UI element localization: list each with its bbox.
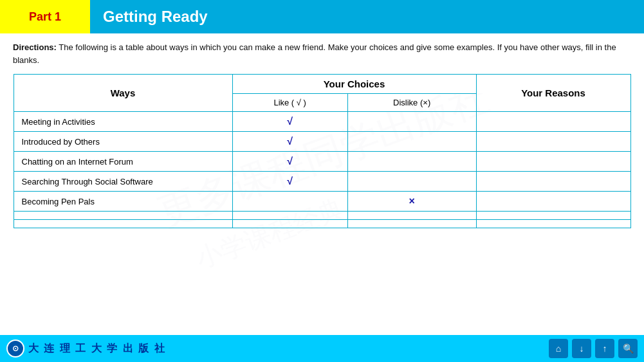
main-content: Directions: The following is a table abo… bbox=[0, 33, 644, 233]
like-cell: √ bbox=[232, 132, 347, 152]
dislike-cell bbox=[347, 172, 476, 192]
table-row bbox=[14, 220, 630, 228]
way-cell: Chatting on an Internet Forum bbox=[14, 152, 232, 172]
upload-icon-button[interactable]: ↑ bbox=[595, 339, 614, 358]
table-row: Becoming Pen Pals× bbox=[14, 192, 630, 212]
way-cell: Becoming Pen Pals bbox=[14, 192, 232, 212]
cross-mark: × bbox=[409, 195, 414, 206]
dislike-cell: × bbox=[347, 192, 476, 212]
reason-cell bbox=[476, 172, 630, 192]
logo-circle: ⊙ bbox=[6, 339, 24, 357]
directions-body: The following is a table about ways in w… bbox=[13, 42, 616, 65]
dislike-cell bbox=[347, 132, 476, 152]
search-icon-button[interactable]: 🔍 bbox=[618, 339, 638, 358]
dislike-cell bbox=[347, 220, 476, 228]
check-mark: √ bbox=[287, 156, 293, 167]
like-cell: √ bbox=[232, 172, 347, 192]
check-mark: √ bbox=[287, 116, 293, 127]
footer-icon-group: ⌂ ↓ ↑ 🔍 bbox=[549, 339, 638, 358]
table-row: Introduced by Others√ bbox=[14, 132, 630, 152]
sub-header-like: Like ( √ ) bbox=[232, 94, 347, 112]
table-row: Chatting on an Internet Forum√ bbox=[14, 152, 630, 172]
page-header: Part 1 Getting Ready bbox=[0, 0, 644, 33]
reason-cell bbox=[476, 152, 630, 172]
reason-cell bbox=[476, 192, 630, 212]
part-label: Part 1 bbox=[0, 0, 90, 33]
way-cell: Introduced by Others bbox=[14, 132, 232, 152]
reason-cell bbox=[476, 220, 630, 228]
like-cell bbox=[232, 212, 347, 220]
page-footer: ⊙ 大 连 理 工 大 学 出 版 社 ⌂ ↓ ↑ 🔍 bbox=[0, 335, 644, 362]
way-cell: Searching Through Social Software bbox=[14, 172, 232, 192]
dislike-cell bbox=[347, 112, 476, 132]
reason-cell bbox=[476, 112, 630, 132]
way-cell bbox=[14, 220, 232, 228]
like-cell: √ bbox=[232, 112, 347, 132]
check-mark: √ bbox=[287, 136, 293, 147]
col-header-reasons: Your Reasons bbox=[476, 75, 630, 112]
sub-header-dislike: Dislike (×) bbox=[347, 94, 476, 112]
dislike-cell bbox=[347, 152, 476, 172]
col-header-ways: Ways bbox=[14, 75, 232, 112]
like-cell: √ bbox=[232, 152, 347, 172]
page-title: Getting Ready bbox=[90, 0, 644, 33]
reason-cell bbox=[476, 132, 630, 152]
way-cell: Meeting in Activities bbox=[14, 112, 232, 132]
dislike-cell bbox=[347, 212, 476, 220]
main-table: Ways Your Choices Your Reasons Like ( √ … bbox=[14, 74, 631, 228]
way-cell bbox=[14, 212, 232, 220]
col-header-choices: Your Choices bbox=[232, 75, 476, 94]
like-cell bbox=[232, 192, 347, 212]
check-mark: √ bbox=[287, 176, 293, 186]
home-icon-button[interactable]: ⌂ bbox=[549, 339, 568, 358]
like-cell bbox=[232, 220, 347, 228]
footer-publisher-text: 大 连 理 工 大 学 出 版 社 bbox=[28, 342, 166, 356]
directions-text: Directions: The following is a table abo… bbox=[13, 41, 631, 66]
table-row: Meeting in Activities√ bbox=[14, 112, 630, 132]
download-icon-button[interactable]: ↓ bbox=[572, 339, 591, 358]
directions-bold: Directions: bbox=[13, 42, 57, 52]
table-row bbox=[14, 212, 630, 220]
footer-logo: ⊙ 大 连 理 工 大 学 出 版 社 bbox=[6, 339, 166, 357]
table-row: Searching Through Social Software√ bbox=[14, 172, 630, 192]
reason-cell bbox=[476, 212, 630, 220]
